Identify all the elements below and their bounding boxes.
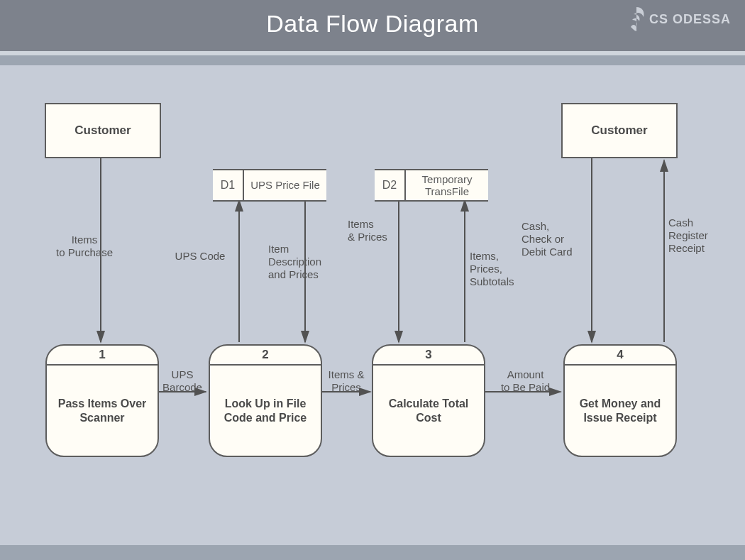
entity-label: Customer <box>74 123 131 138</box>
header-band: Data Flow Diagram CS ODESSA <box>0 0 745 51</box>
entity-label: Customer <box>591 123 647 138</box>
flow-cash-receipt: CashRegisterReceipt <box>668 216 739 255</box>
entity-customer-right: Customer <box>561 103 678 158</box>
process-1: 1 Pass Items Over Scanner <box>45 344 159 457</box>
process-2: 2 Look Up in File Code and Price <box>209 344 322 457</box>
diagram-canvas: Customer Customer D1 UPS Price File D2 T… <box>0 65 745 545</box>
process-4: 4 Get Money and Issue Receipt <box>563 344 677 457</box>
brand-logo: CS ODESSA <box>628 7 731 31</box>
datastore-label: Temporary TransFile <box>406 170 488 200</box>
flow-items-to-purchase: Itemsto Purchase <box>42 234 127 259</box>
process-label: Pass Items Over Scanner <box>47 366 158 456</box>
datastore-id: D2 <box>375 170 406 200</box>
flow-items-prices-right: Items &Prices <box>321 368 371 394</box>
flow-cash-check: Cash,Check orDebit Card <box>522 220 600 258</box>
datastore-label: UPS Price File <box>244 170 326 200</box>
flow-item-description: ItemDescriptionand Prices <box>268 243 360 281</box>
footer-band <box>0 545 745 560</box>
header-divider-2 <box>0 55 745 65</box>
process-number: 2 <box>210 346 321 366</box>
flow-ups-barcode: UPSBarcode <box>158 368 207 394</box>
flow-ups-code: UPS Code <box>165 250 236 263</box>
flow-amount-paid: Amountto Be Paid <box>492 368 559 394</box>
brand-text: CS ODESSA <box>649 12 731 27</box>
datastore-d2: D2 Temporary TransFile <box>375 169 488 202</box>
process-number: 1 <box>47 346 158 366</box>
datastore-id: D1 <box>213 170 244 200</box>
flow-items-prices-down: Items& Prices <box>348 218 426 243</box>
process-label: Get Money and Issue Receipt <box>565 366 675 456</box>
entity-customer-left: Customer <box>45 103 161 158</box>
datastore-d1: D1 UPS Price File <box>213 169 326 202</box>
process-number: 4 <box>565 346 675 366</box>
process-3: 3 Calculate Total Cost <box>372 344 485 457</box>
process-number: 3 <box>373 346 484 366</box>
brand-mark-icon <box>628 7 645 31</box>
process-label: Look Up in File Code and Price <box>210 366 321 456</box>
process-label: Calculate Total Cost <box>373 366 484 456</box>
